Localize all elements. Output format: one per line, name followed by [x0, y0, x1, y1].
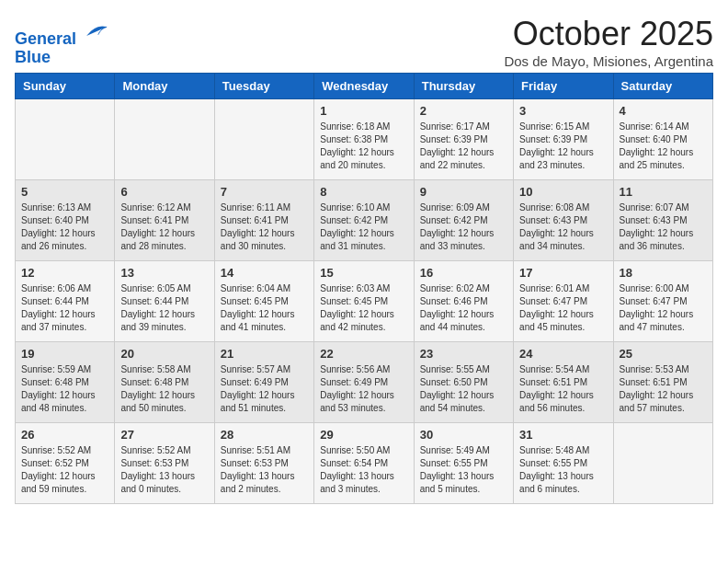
calendar-cell: 25Sunrise: 5:53 AM Sunset: 6:51 PM Dayli…	[613, 342, 712, 423]
logo-bird-icon	[83, 18, 108, 44]
calendar-cell: 23Sunrise: 5:55 AM Sunset: 6:50 PM Dayli…	[414, 342, 513, 423]
calendar-cell: 6Sunrise: 6:12 AM Sunset: 6:41 PM Daylig…	[115, 180, 214, 261]
calendar-week-row: 5Sunrise: 6:13 AM Sunset: 6:40 PM Daylig…	[16, 180, 713, 261]
day-number: 12	[21, 266, 108, 280]
calendar-cell: 2Sunrise: 6:17 AM Sunset: 6:39 PM Daylig…	[414, 99, 513, 180]
day-number: 25	[620, 347, 707, 361]
month-title: October 2025	[504, 15, 713, 53]
day-number: 21	[221, 347, 308, 361]
calendar-cell: 15Sunrise: 6:03 AM Sunset: 6:45 PM Dayli…	[314, 261, 414, 342]
day-info: Sunrise: 6:01 AM Sunset: 6:47 PM Dayligh…	[519, 282, 607, 334]
day-number: 6	[120, 185, 208, 199]
day-number: 20	[120, 347, 208, 361]
day-info: Sunrise: 5:52 AM Sunset: 6:52 PM Dayligh…	[21, 444, 108, 496]
calendar-cell: 13Sunrise: 6:05 AM Sunset: 6:44 PM Dayli…	[115, 261, 214, 342]
day-info: Sunrise: 5:51 AM Sunset: 6:53 PM Dayligh…	[221, 444, 308, 496]
calendar-cell: 27Sunrise: 5:52 AM Sunset: 6:53 PM Dayli…	[115, 423, 214, 504]
day-info: Sunrise: 5:49 AM Sunset: 6:55 PM Dayligh…	[420, 444, 507, 496]
day-info: Sunrise: 6:09 AM Sunset: 6:42 PM Dayligh…	[420, 201, 507, 253]
calendar-cell: 14Sunrise: 6:04 AM Sunset: 6:45 PM Dayli…	[214, 261, 313, 342]
day-info: Sunrise: 6:06 AM Sunset: 6:44 PM Dayligh…	[21, 282, 108, 334]
day-number: 18	[620, 266, 707, 280]
calendar-cell	[214, 99, 313, 180]
day-info: Sunrise: 6:03 AM Sunset: 6:45 PM Dayligh…	[320, 282, 407, 334]
calendar-cell: 22Sunrise: 5:56 AM Sunset: 6:49 PM Dayli…	[314, 342, 414, 423]
day-number: 4	[620, 104, 707, 118]
day-number: 27	[120, 428, 208, 442]
page-header: General Blue October 2025 Dos de Mayo, M…	[15, 15, 713, 69]
day-info: Sunrise: 6:14 AM Sunset: 6:40 PM Dayligh…	[620, 121, 707, 172]
calendar-cell: 28Sunrise: 5:51 AM Sunset: 6:53 PM Dayli…	[214, 423, 313, 504]
day-number: 24	[519, 347, 607, 361]
day-number: 1	[320, 104, 407, 118]
day-info: Sunrise: 6:18 AM Sunset: 6:38 PM Dayligh…	[320, 121, 407, 172]
day-info: Sunrise: 5:58 AM Sunset: 6:48 PM Dayligh…	[120, 363, 208, 415]
day-info: Sunrise: 5:54 AM Sunset: 6:51 PM Dayligh…	[519, 363, 607, 415]
day-number: 16	[420, 266, 507, 280]
calendar-week-row: 1Sunrise: 6:18 AM Sunset: 6:38 PM Daylig…	[16, 99, 713, 180]
day-info: Sunrise: 6:12 AM Sunset: 6:41 PM Dayligh…	[120, 201, 208, 253]
weekday-header-row: SundayMondayTuesdayWednesdayThursdayFrid…	[16, 74, 713, 99]
calendar-cell: 18Sunrise: 6:00 AM Sunset: 6:47 PM Dayli…	[613, 261, 712, 342]
day-info: Sunrise: 6:15 AM Sunset: 6:39 PM Dayligh…	[519, 121, 607, 172]
day-info: Sunrise: 6:04 AM Sunset: 6:45 PM Dayligh…	[221, 282, 308, 334]
day-number: 28	[221, 428, 308, 442]
day-number: 17	[519, 266, 607, 280]
day-number: 26	[21, 428, 108, 442]
calendar-cell	[16, 99, 115, 180]
calendar-cell	[115, 99, 214, 180]
day-number: 31	[519, 428, 607, 442]
day-info: Sunrise: 5:50 AM Sunset: 6:54 PM Dayligh…	[320, 444, 407, 496]
day-number: 9	[420, 185, 507, 199]
day-info: Sunrise: 5:59 AM Sunset: 6:48 PM Dayligh…	[21, 363, 108, 415]
calendar-week-row: 19Sunrise: 5:59 AM Sunset: 6:48 PM Dayli…	[16, 342, 713, 423]
day-number: 8	[320, 185, 407, 199]
day-number: 2	[420, 104, 507, 118]
calendar-cell: 19Sunrise: 5:59 AM Sunset: 6:48 PM Dayli…	[16, 342, 115, 423]
calendar-cell: 8Sunrise: 6:10 AM Sunset: 6:42 PM Daylig…	[314, 180, 414, 261]
day-info: Sunrise: 6:02 AM Sunset: 6:46 PM Dayligh…	[420, 282, 507, 334]
day-info: Sunrise: 6:05 AM Sunset: 6:44 PM Dayligh…	[120, 282, 208, 334]
day-number: 7	[221, 185, 308, 199]
calendar-cell: 5Sunrise: 6:13 AM Sunset: 6:40 PM Daylig…	[16, 180, 115, 261]
calendar-cell: 16Sunrise: 6:02 AM Sunset: 6:46 PM Dayli…	[414, 261, 513, 342]
day-info: Sunrise: 6:08 AM Sunset: 6:43 PM Dayligh…	[519, 201, 607, 253]
location-subtitle: Dos de Mayo, Misiones, Argentina	[504, 53, 713, 69]
calendar-cell: 10Sunrise: 6:08 AM Sunset: 6:43 PM Dayli…	[514, 180, 613, 261]
calendar-cell: 11Sunrise: 6:07 AM Sunset: 6:43 PM Dayli…	[613, 180, 712, 261]
calendar-cell: 29Sunrise: 5:50 AM Sunset: 6:54 PM Dayli…	[314, 423, 414, 504]
weekday-header: Thursday	[414, 74, 513, 99]
day-info: Sunrise: 6:11 AM Sunset: 6:41 PM Dayligh…	[221, 201, 308, 253]
logo-general: General	[15, 29, 76, 48]
day-number: 23	[420, 347, 507, 361]
logo-text: General	[15, 18, 108, 49]
weekday-header: Sunday	[16, 74, 115, 99]
logo-blue: Blue	[15, 49, 108, 67]
day-number: 3	[519, 104, 607, 118]
calendar-cell: 9Sunrise: 6:09 AM Sunset: 6:42 PM Daylig…	[414, 180, 513, 261]
day-info: Sunrise: 6:10 AM Sunset: 6:42 PM Dayligh…	[320, 201, 407, 253]
weekday-header: Tuesday	[214, 74, 313, 99]
day-info: Sunrise: 6:00 AM Sunset: 6:47 PM Dayligh…	[620, 282, 707, 334]
day-number: 5	[21, 185, 108, 199]
title-section: October 2025 Dos de Mayo, Misiones, Arge…	[504, 15, 713, 69]
calendar-cell: 7Sunrise: 6:11 AM Sunset: 6:41 PM Daylig…	[214, 180, 313, 261]
weekday-header: Saturday	[613, 74, 712, 99]
day-number: 19	[21, 347, 108, 361]
logo: General Blue	[15, 18, 108, 67]
day-info: Sunrise: 5:56 AM Sunset: 6:49 PM Dayligh…	[320, 363, 407, 415]
calendar-cell: 20Sunrise: 5:58 AM Sunset: 6:48 PM Dayli…	[115, 342, 214, 423]
calendar-cell: 3Sunrise: 6:15 AM Sunset: 6:39 PM Daylig…	[514, 99, 613, 180]
day-number: 22	[320, 347, 407, 361]
calendar-table: SundayMondayTuesdayWednesdayThursdayFrid…	[15, 73, 713, 504]
weekday-header: Wednesday	[314, 74, 414, 99]
day-info: Sunrise: 6:07 AM Sunset: 6:43 PM Dayligh…	[620, 201, 707, 253]
day-info: Sunrise: 5:57 AM Sunset: 6:49 PM Dayligh…	[221, 363, 308, 415]
calendar-cell: 26Sunrise: 5:52 AM Sunset: 6:52 PM Dayli…	[16, 423, 115, 504]
calendar-cell: 24Sunrise: 5:54 AM Sunset: 6:51 PM Dayli…	[514, 342, 613, 423]
calendar-cell: 4Sunrise: 6:14 AM Sunset: 6:40 PM Daylig…	[613, 99, 712, 180]
calendar-cell: 12Sunrise: 6:06 AM Sunset: 6:44 PM Dayli…	[16, 261, 115, 342]
day-number: 13	[120, 266, 208, 280]
day-number: 14	[221, 266, 308, 280]
day-number: 10	[519, 185, 607, 199]
